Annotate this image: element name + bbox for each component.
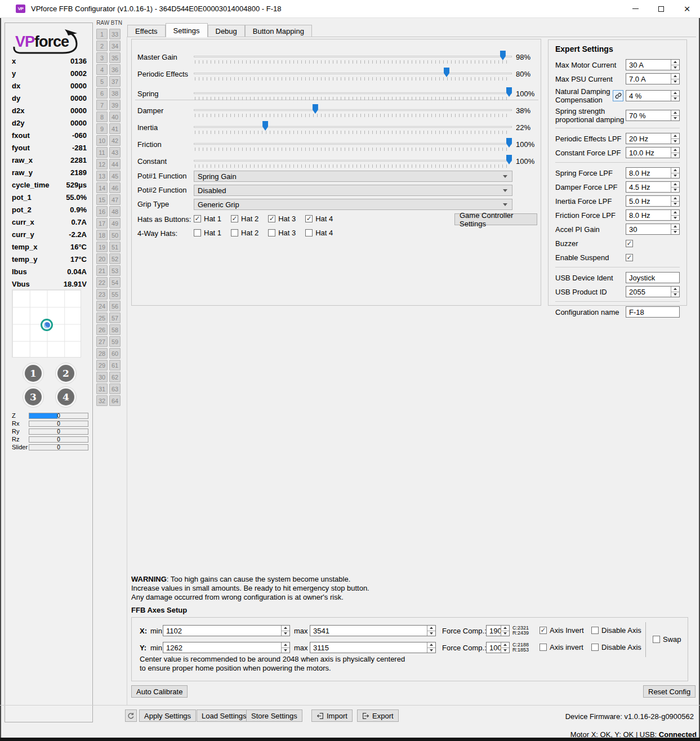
spinbox-accel-pi-gain[interactable]: 30: [626, 224, 680, 235]
slider-track[interactable]: [194, 85, 512, 102]
spinbox-max-psu-current-down-button[interactable]: [671, 79, 679, 84]
ffb-x-force-comp-field[interactable]: 190: [486, 625, 510, 636]
load-settings-button[interactable]: Load Settings: [197, 709, 252, 722]
spinbox-constant-force-lpf[interactable]: 10.0 Hz: [626, 147, 680, 158]
spinbox-damper-force-lpf-down-button[interactable]: [671, 187, 679, 193]
dropdown-pot-2-function[interactable]: Disabled: [194, 185, 512, 196]
slider-handle[interactable]: [444, 68, 449, 77]
swap-box[interactable]: [653, 636, 660, 643]
spinbox-spring-strength-proportional-damping-up-button[interactable]: [671, 110, 679, 115]
ffb-y-force-comp-field-up-button[interactable]: [501, 642, 509, 648]
four-way-hats-checkbox[interactable]: [194, 229, 201, 236]
four-way-hats-checkbox[interactable]: [268, 229, 275, 236]
tab-settings[interactable]: Settings: [166, 23, 208, 37]
ffb-x-force-comp-field-up-button[interactable]: [501, 626, 509, 631]
slider-handle[interactable]: [500, 51, 506, 60]
import-button[interactable]: Import: [311, 709, 353, 722]
four-way-hats-checkbox[interactable]: [305, 229, 313, 236]
hats-as-buttons-checkbox[interactable]: ✓: [194, 215, 201, 222]
spinbox-inertia-force-lpf-up-button[interactable]: [671, 196, 679, 201]
slider-handle[interactable]: [506, 155, 512, 164]
refresh-button[interactable]: [125, 709, 137, 722]
ffb-x-min-field-up-button[interactable]: [282, 626, 289, 631]
hats-as-buttons-checkbox[interactable]: ✓: [268, 215, 275, 222]
four-way-hats-hat-3[interactable]: Hat 3: [268, 229, 296, 237]
spinbox-max-psu-current-up-button[interactable]: [671, 74, 679, 79]
ffb-x-min-field[interactable]: 1102: [163, 625, 290, 636]
spinbox-natural-damping-compensation-down-button[interactable]: [671, 96, 679, 101]
spinbox-usb-product-id-down-button[interactable]: [671, 292, 679, 297]
ffb-x-max-field[interactable]: 3541: [310, 625, 436, 636]
slider-track[interactable]: [194, 119, 512, 136]
ffb-swap-checkbox[interactable]: Swap: [653, 635, 681, 644]
spinbox-inertia-force-lpf-down-button[interactable]: [671, 201, 679, 207]
spinbox-spring-force-lpf-down-button[interactable]: [671, 173, 679, 178]
axis-invert-box[interactable]: ✓: [540, 627, 547, 634]
spinbox-spring-strength-proportional-damping-down-button[interactable]: [671, 115, 679, 121]
spinbox-max-psu-current[interactable]: 7.0 A: [626, 73, 680, 84]
spinbox-max-motor-current-down-button[interactable]: [671, 65, 679, 70]
ffb-y-force-comp-field-down-button[interactable]: [501, 648, 509, 653]
spinbox-accel-pi-gain-up-button[interactable]: [671, 224, 679, 229]
game-controller-settings-button[interactable]: Game Controller Settings: [454, 213, 537, 225]
spinbox-inertia-force-lpf[interactable]: 5.0 Hz: [626, 195, 680, 207]
spinbox-damper-force-lpf[interactable]: 4.5 Hz: [626, 181, 680, 193]
hats-as-buttons-hat-4[interactable]: ✓Hat 4: [305, 215, 333, 223]
spinbox-spring-strength-proportional-damping[interactable]: 70 %: [626, 110, 680, 121]
slider-track[interactable]: [194, 102, 512, 119]
slider-handle[interactable]: [262, 121, 268, 131]
ffb-x-axis-invert-checkbox[interactable]: ✓Axis Invert: [540, 626, 584, 635]
slider-handle[interactable]: [313, 104, 318, 114]
tab-debug[interactable]: Debug: [208, 25, 245, 37]
spinbox-natural-damping-compensation-up-button[interactable]: [671, 91, 679, 96]
disable-axis-box[interactable]: [591, 627, 599, 634]
four-way-hats-checkbox[interactable]: [231, 229, 238, 236]
hats-as-buttons-hat-2[interactable]: ✓Hat 2: [231, 215, 258, 223]
spinbox-constant-force-lpf-up-button[interactable]: [671, 148, 679, 153]
spinbox-max-motor-current[interactable]: 30 A: [626, 59, 680, 70]
spinbox-constant-force-lpf-down-button[interactable]: [671, 153, 679, 158]
spinbox-damper-force-lpf-up-button[interactable]: [671, 182, 679, 187]
reset-config-button[interactable]: Reset Config: [643, 685, 695, 698]
auto-calibrate-button[interactable]: Auto Calibrate: [131, 685, 188, 698]
ffb-x-force-comp-field-down-button[interactable]: [501, 631, 509, 636]
tab-button-mapping[interactable]: Button Mapping: [245, 25, 312, 37]
slider-track[interactable]: [194, 65, 512, 82]
close-button[interactable]: ×: [674, 0, 700, 18]
ffb-y-min-field-down-button[interactable]: [282, 648, 289, 653]
ffb-y-min-field-up-button[interactable]: [282, 642, 289, 648]
spinbox-accel-pi-gain-down-button[interactable]: [671, 229, 679, 235]
slider-handle[interactable]: [506, 138, 512, 148]
ffb-y-min-field[interactable]: 1262: [163, 642, 290, 653]
slider-track[interactable]: [194, 136, 512, 153]
ffb-y-axis-invert-checkbox[interactable]: Axis invert: [540, 643, 583, 651]
spinbox-usb-product-id[interactable]: 2055: [626, 286, 680, 297]
textfield-usb-device-ident[interactable]: Joystick: [626, 272, 680, 283]
maximize-button[interactable]: [648, 0, 674, 18]
ffb-x-max-field-down-button[interactable]: [427, 631, 435, 636]
apply-settings-button[interactable]: Apply Settings: [139, 709, 196, 722]
checkbox-enable-suspend[interactable]: ✓: [626, 254, 633, 261]
slider-track[interactable]: [194, 153, 512, 169]
ffb-x-max-field-up-button[interactable]: [427, 626, 435, 631]
spinbox-natural-damping-compensation[interactable]: 4 %: [626, 90, 680, 101]
spinbox-spring-force-lpf-up-button[interactable]: [671, 168, 679, 173]
textfield-configuration-name[interactable]: F-18: [626, 306, 680, 318]
hats-as-buttons-checkbox[interactable]: ✓: [231, 215, 238, 222]
spinbox-usb-product-id-up-button[interactable]: [671, 287, 679, 292]
four-way-hats-hat-2[interactable]: Hat 2: [231, 229, 258, 237]
export-button[interactable]: Export: [357, 709, 399, 722]
slider-track[interactable]: [194, 48, 512, 65]
dropdown-grip-type[interactable]: Generic Grip: [194, 199, 512, 210]
axis-invert-box[interactable]: [540, 644, 547, 651]
ffb-y-max-field-up-button[interactable]: [427, 642, 435, 648]
link-toggle-button[interactable]: [613, 90, 623, 101]
ffb-x-disable-axis-checkbox[interactable]: Disable Axis: [591, 626, 641, 635]
spinbox-periodic-effects-lpf-up-button[interactable]: [671, 133, 679, 139]
spinbox-max-motor-current-up-button[interactable]: [671, 60, 679, 65]
four-way-hats-hat-4[interactable]: Hat 4: [305, 229, 333, 237]
ffb-y-force-comp-field[interactable]: 100: [486, 642, 510, 653]
ffb-x-min-field-down-button[interactable]: [282, 631, 289, 636]
ffb-y-disable-axis-checkbox[interactable]: Disable Axis: [591, 643, 641, 651]
minimize-button[interactable]: [622, 0, 648, 18]
